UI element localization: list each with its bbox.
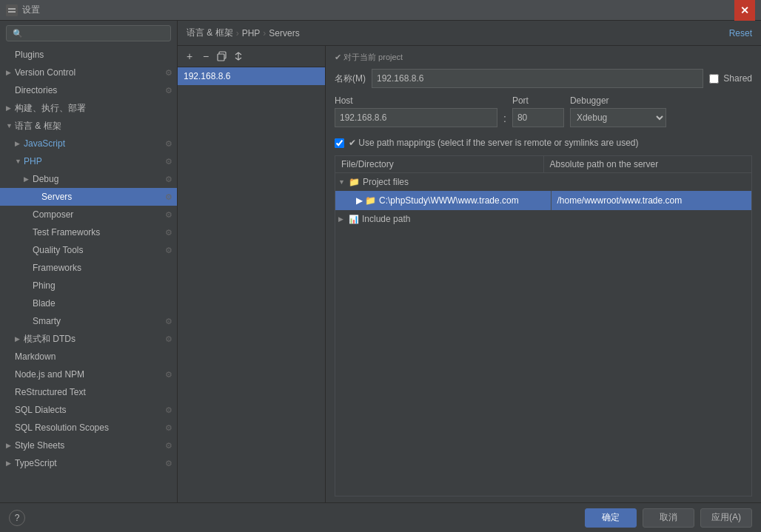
port-input[interactable] [512, 108, 564, 127]
sidebar-item-version-control[interactable]: ▶ Version Control ⚙ [0, 64, 177, 81]
include-path-row[interactable]: ▶ 📊 Include path [335, 210, 751, 228]
server-item[interactable]: 192.168.8.6 [178, 67, 325, 85]
arrow-icon: ▶ [6, 442, 15, 449]
sidebar-item-markdown[interactable]: Markdown [0, 348, 177, 366]
svg-rect-0 [6, 4, 18, 16]
cancel-button[interactable]: 取消 [643, 508, 694, 528]
mapping-table: File/Directory Absolute path on the serv… [335, 155, 752, 496]
sidebar-item-debug[interactable]: ▶ Debug ⚙ [0, 170, 177, 188]
sidebar-item-sql-resolution[interactable]: SQL Resolution Scopes ⚙ [0, 419, 177, 437]
sidebar-item-restructured-text[interactable]: ReStructured Text [0, 383, 177, 401]
breadcrumb-sep-2: › [263, 28, 266, 38]
help-button[interactable]: ? [9, 510, 25, 526]
name-row: 名称(M) Shared [335, 69, 752, 88]
sidebar-item-directories[interactable]: Directories ⚙ [0, 81, 177, 99]
path-mappings-row: ✔ Use path mappings (select if the serve… [335, 138, 752, 148]
host-input[interactable] [335, 108, 497, 127]
settings-icon: ⚙ [165, 139, 172, 149]
shared-label: Shared [723, 73, 752, 84]
confirm-button[interactable]: 确定 [585, 508, 637, 528]
sidebar-item-lang-framework[interactable]: ▼ 语言 & 框架 [0, 117, 177, 135]
sidebar-item-phing[interactable]: Phing [0, 277, 177, 294]
sidebar-item-smarty[interactable]: Smarty ⚙ [0, 312, 177, 330]
main-layout: 🔍 Plugins ▶ Version Control ⚙ Directorie… [0, 21, 761, 502]
include-path-label: Include path [362, 214, 410, 224]
mapping-cell-file: ▶ 📁 C:\phpStudy\WWW\www.trade.com [335, 191, 552, 210]
svg-rect-4 [218, 54, 224, 61]
project-files-row[interactable]: ▼ 📁 Project files [335, 173, 751, 191]
left-panel: 🔍 Plugins ▶ Version Control ⚙ Directorie… [0, 21, 178, 502]
server-toolbar: + − [178, 46, 325, 67]
sidebar-item-servers[interactable]: Servers ⚙ [0, 188, 177, 206]
sidebar-item-build[interactable]: ▶ 构建、执行、部署 [0, 99, 177, 117]
right-content: + − 192. [178, 46, 761, 502]
arrow-icon: ▶ [6, 104, 15, 112]
settings-icon: ⚙ [165, 68, 172, 78]
form-area: ✔ 对于当前 project 名称(M) Shared Host [326, 46, 761, 502]
sidebar-item-plugins[interactable]: Plugins [0, 46, 177, 64]
settings-icon: ⚙ [165, 423, 172, 433]
mapping-row[interactable]: ▶ 📁 C:\phpStudy\WWW\www.trade.com /home/… [335, 191, 751, 210]
reset-button[interactable]: Reset [729, 28, 752, 38]
debugger-label: Debugger [570, 95, 666, 106]
project-label: ✔ 对于当前 project [335, 52, 752, 63]
arrow-icon: ▶ [15, 335, 24, 343]
sidebar-item-sql-dialects[interactable]: SQL Dialects ⚙ [0, 401, 177, 419]
settings-icon: ⚙ [165, 334, 172, 344]
window-title: 设置 [22, 4, 40, 16]
path-mappings-checkbox[interactable] [335, 138, 344, 148]
breadcrumb: 语言 & 框架 › PHP › Servers [187, 27, 300, 39]
search-input[interactable] [26, 28, 164, 38]
mapping-cell-server: /home/wwwroot/www.trade.com [552, 191, 752, 210]
settings-icon: ⚙ [165, 192, 172, 202]
search-box[interactable]: 🔍 [6, 25, 171, 41]
sidebar-item-blade[interactable]: Blade [0, 294, 177, 312]
shared-checkbox-row: Shared [709, 73, 752, 84]
col-abs-path: Absolute path on the server [544, 156, 752, 172]
sidebar-item-frameworks[interactable]: Frameworks [0, 259, 177, 277]
sidebar-item-composer[interactable]: Composer ⚙ [0, 206, 177, 223]
move-server-button[interactable] [231, 49, 246, 64]
action-buttons: 确定 取消 应用(A) [585, 508, 752, 528]
app-icon [6, 4, 18, 16]
right-header: 语言 & 框架 › PHP › Servers Reset [178, 21, 761, 46]
project-files-label: Project files [363, 177, 409, 187]
settings-icon: ⚙ [165, 370, 172, 380]
copy-server-button[interactable] [215, 49, 229, 64]
port-group: Port [512, 95, 564, 127]
breadcrumb-lang: 语言 & 框架 [187, 27, 233, 39]
sidebar-item-test-frameworks[interactable]: Test Frameworks ⚙ [0, 223, 177, 241]
expand-arrow-sub: ▶ [356, 195, 365, 206]
port-label: Port [512, 95, 564, 106]
folder-icon-sub: 📁 [365, 195, 376, 206]
arrow-icon: ▶ [6, 459, 15, 467]
remove-server-button[interactable]: − [198, 49, 213, 64]
title-bar: 设置 ✕ [0, 0, 761, 21]
close-button[interactable]: ✕ [734, 0, 755, 21]
name-input[interactable] [372, 69, 703, 88]
sidebar-item-style-sheets[interactable]: ▶ Style Sheets ⚙ [0, 437, 177, 454]
add-server-button[interactable]: + [182, 49, 197, 64]
breadcrumb-sep-1: › [236, 28, 239, 38]
server-list-panel: + − 192. [178, 46, 326, 502]
right-panel: 语言 & 框架 › PHP › Servers Reset + − [178, 21, 761, 502]
arrow-icon: ▶ [24, 175, 33, 183]
sidebar-item-typescript[interactable]: ▶ TypeScript ⚙ [0, 454, 177, 472]
debugger-select[interactable]: Xdebug Zend Debugger [570, 108, 666, 127]
shared-checkbox[interactable] [709, 74, 719, 84]
arrow-icon: ▼ [15, 158, 24, 165]
sidebar-item-schemas-dtds[interactable]: ▶ 模式和 DTDs ⚙ [0, 330, 177, 348]
server-list: 192.168.8.6 [178, 67, 325, 502]
sidebar-item-quality-tools[interactable]: Quality Tools ⚙ [0, 241, 177, 259]
sidebar-item-javascript[interactable]: ▶ JavaScript ⚙ [0, 135, 177, 152]
svg-rect-2 [8, 11, 16, 13]
sidebar-item-nodejs[interactable]: Node.js and NPM ⚙ [0, 366, 177, 383]
bottom-bar: ? 确定 取消 应用(A) [0, 502, 761, 532]
svg-rect-1 [8, 8, 16, 10]
sidebar-item-php[interactable]: ▼ PHP ⚙ [0, 152, 177, 170]
apply-button[interactable]: 应用(A) [700, 508, 752, 528]
settings-icon: ⚙ [165, 405, 172, 415]
settings-icon: ⚙ [165, 157, 172, 166]
settings-icon: ⚙ [165, 246, 172, 255]
host-port-row: Host : Port Debugger Xdebug Zend Debugge… [335, 95, 752, 127]
